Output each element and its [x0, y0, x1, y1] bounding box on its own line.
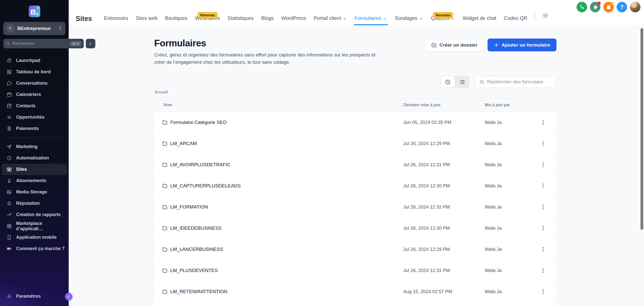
- table-row[interactable]: LM_IDEEDEBUSINESSJul 26, 2024 12:30 PMWa…: [154, 218, 556, 239]
- create-folder-button[interactable]: Créer un dossier: [425, 39, 484, 51]
- nav-divider: [535, 12, 535, 21]
- row-updated: Jul 26, 2024 12:30 PM: [403, 183, 485, 189]
- table-row[interactable]: LM_PLUSDEVENTESJul 26, 2024 12:31 PMWafa…: [154, 260, 556, 281]
- sidebar-item-abonnements[interactable]: Abonnements: [0, 175, 69, 186]
- sidebar-item-calendriers[interactable]: Calendriers: [0, 89, 69, 100]
- tab-codes-qr[interactable]: Codes QR: [504, 15, 527, 26]
- sidebar-item-launchpad[interactable]: Launchpad: [0, 55, 69, 66]
- sidebar-item-conversations[interactable]: Conversations: [0, 78, 69, 89]
- sidebar-item-opportunites[interactable]: Opportunités: [0, 112, 69, 123]
- add-form-label: Ajouter un formulaire: [502, 42, 550, 48]
- active-tab-underline: [354, 24, 388, 25]
- forms-search[interactable]: [475, 76, 556, 88]
- list-view-button[interactable]: [455, 76, 469, 88]
- nav-tabs: EntonnoirsSites webBoutiquesWebinairesNo…: [104, 15, 528, 26]
- tab-blogs[interactable]: Blogs: [261, 15, 274, 26]
- sidebar-item-parametres[interactable]: Paramètres: [7, 291, 41, 302]
- sidebar-item-tableau-de-bord[interactable]: Tableau de bord: [0, 66, 69, 78]
- folder-icon: [162, 141, 168, 146]
- add-form-button[interactable]: Ajouter un formulaire: [488, 39, 556, 51]
- tab-wordpress[interactable]: WordPress: [281, 15, 306, 26]
- notification-dot: [611, 2, 614, 5]
- automation-icon: [7, 155, 12, 161]
- account-selector[interactable]: BEntrepreneur: [3, 22, 65, 35]
- sidebar-item-comment-ca-marche[interactable]: Comment ça marche ?: [0, 243, 69, 254]
- folder-name: LM_PLUSDEVENTES: [170, 268, 218, 273]
- vertical-scrollbar[interactable]: [640, 28, 643, 230]
- row-menu-button[interactable]: [538, 201, 549, 213]
- sidebar-item-media-storage[interactable]: Media Storage: [0, 186, 69, 198]
- row-menu-button[interactable]: [538, 223, 549, 234]
- row-menu-button[interactable]: [538, 244, 549, 255]
- table-row[interactable]: Formulaire Catégorie SEOJun 05, 2024 02:…: [154, 112, 556, 133]
- sidebar-item-contacts[interactable]: Contacts: [0, 100, 69, 112]
- kebab-icon: [540, 141, 546, 147]
- row-updated-by: Wafa Ja: [485, 204, 530, 210]
- sidebar-item-application-mobile[interactable]: Application mobile: [0, 232, 69, 243]
- tab-portail-client[interactable]: Portail client: [314, 15, 347, 26]
- cursor-click-icon: [6, 24, 15, 33]
- phone-icon: [579, 4, 585, 10]
- search-icon: [479, 79, 485, 85]
- recent-view-button[interactable]: [440, 76, 455, 88]
- row-menu-button[interactable]: [538, 138, 549, 149]
- quick-actions-button[interactable]: [86, 39, 95, 48]
- sidebar-item-creation-de-rapports[interactable]: Création de rapports: [0, 209, 69, 220]
- sidebar-item-label: Réputation: [16, 201, 40, 206]
- marketplace-icon: [7, 223, 12, 229]
- sidebar-collapse-button[interactable]: [65, 293, 72, 300]
- sites-settings-button[interactable]: [542, 12, 549, 20]
- folder-icon: [162, 289, 168, 294]
- sidebar-search-input[interactable]: [12, 41, 68, 46]
- folder-name: LM_AVOIRPLUSDETRAFIC: [170, 162, 230, 167]
- sidebar-item-label: Création de rapports: [16, 212, 61, 217]
- phone-button[interactable]: [577, 2, 587, 12]
- sidebar-item-marketing[interactable]: Marketing: [0, 141, 69, 152]
- sidebar-search[interactable]: ctrl K: [3, 39, 84, 48]
- help-button[interactable]: ?: [617, 2, 627, 12]
- table-row[interactable]: LM_AVOIRPLUSDETRAFICJul 26, 2024 12:31 P…: [154, 154, 556, 175]
- row-menu-button[interactable]: [538, 159, 549, 170]
- table-row[interactable]: LM_FORMATIONJul 26, 2024 12:32 PMWafa Ja: [154, 196, 556, 218]
- sidebar-menu: LaunchpadTableau de bordConversationsCal…: [0, 55, 69, 254]
- folder-name: LM_ARCAM: [170, 141, 197, 146]
- sidebar-item-marketplace-d-applicati[interactable]: Marketplace d’applicati…: [0, 220, 69, 232]
- sidebar-item-sites[interactable]: Sites: [2, 164, 67, 175]
- chevron-down-icon: [419, 17, 423, 21]
- row-menu-button[interactable]: [538, 180, 549, 191]
- tab-formulaires[interactable]: Formulaires: [354, 15, 387, 26]
- sidebar-item-paiements[interactable]: Paiements: [0, 123, 69, 134]
- notifications-button[interactable]: [603, 2, 614, 12]
- table-row[interactable]: LM_ARCAMJul 26, 2024 12:29 PMWafa Ja: [154, 133, 556, 154]
- sidebar-item-label: Automatisation: [16, 155, 49, 161]
- sidebar-item-reputation[interactable]: Réputation: [0, 198, 69, 209]
- header-icons: ?: [577, 2, 640, 12]
- tab-entonnoirs[interactable]: Entonnoirs: [104, 15, 128, 26]
- user-avatar[interactable]: [630, 2, 640, 12]
- tab-statistiques[interactable]: Statistiques: [228, 15, 254, 26]
- tab-webinaires[interactable]: WebinairesNouveau: [195, 15, 220, 26]
- folder-name-cell: LM_ARCAM: [154, 141, 403, 146]
- sidebar-item-label: Paiements: [16, 126, 39, 131]
- announcements-button[interactable]: [590, 2, 600, 12]
- clock-icon: [445, 79, 451, 85]
- table-row[interactable]: LM_RETENIRATTENTIONAug 15, 2024 02:57 PM…: [154, 281, 556, 302]
- folder-icon: [162, 247, 168, 252]
- tab-label: Codes QR: [504, 15, 527, 21]
- tab-label: Widget de chat: [463, 15, 496, 21]
- tab-sites-web[interactable]: Sites web: [136, 15, 157, 26]
- sidebar-item-automatisation[interactable]: Automatisation: [0, 152, 69, 164]
- folder-name-cell: LM_RETENIRATTENTION: [154, 289, 403, 294]
- forms-search-input[interactable]: [487, 79, 552, 85]
- tab-widget-de-chat[interactable]: Widget de chat: [463, 15, 496, 26]
- row-menu-button[interactable]: [538, 117, 549, 128]
- row-menu-button[interactable]: [538, 265, 549, 276]
- tab-boutiques[interactable]: Boutiques: [165, 15, 187, 26]
- table-row[interactable]: LM_LANCERBUSINESSJul 26, 2024 12:29 PMWa…: [154, 239, 556, 260]
- breadcrumb[interactable]: Accueil: [155, 90, 168, 94]
- tab-quizzes[interactable]: QuizzesNouveau: [431, 15, 455, 26]
- table-row[interactable]: LM_CAPTURERPLUSDELEADSJul 26, 2024 12:30…: [154, 175, 556, 196]
- tab-sondages[interactable]: Sondages: [395, 15, 423, 26]
- sidebar-item-label: Conversations: [16, 81, 48, 86]
- row-menu-button[interactable]: [538, 286, 549, 297]
